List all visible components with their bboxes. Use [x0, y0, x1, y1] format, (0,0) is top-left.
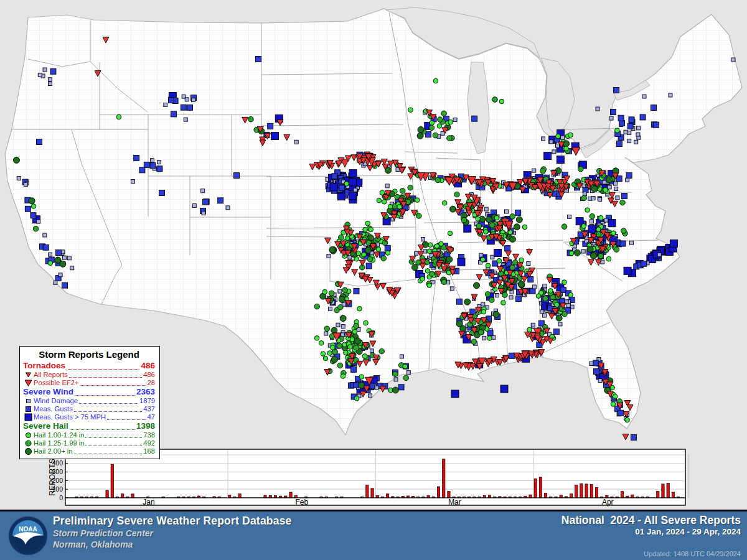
wind-gust75-icon — [23, 413, 34, 421]
wind-marker — [192, 203, 196, 207]
wind-marker — [157, 161, 161, 164]
hail-marker — [615, 128, 620, 133]
wind-marker — [159, 190, 165, 196]
hail-marker — [397, 204, 402, 209]
legend-section-wind: Severe Wind 2363 — [23, 387, 155, 397]
wind-marker — [464, 225, 471, 232]
wind-marker — [636, 133, 640, 136]
wind-marker — [653, 122, 659, 128]
report-bar — [585, 484, 588, 498]
wind-marker — [568, 215, 571, 218]
hail-marker — [331, 345, 336, 350]
wind-marker — [516, 296, 522, 302]
wind-marker — [31, 213, 36, 218]
hail-marker — [60, 261, 66, 267]
wind-marker — [591, 196, 595, 200]
wind-marker — [139, 167, 145, 173]
hail-marker — [321, 352, 326, 357]
wind-marker — [62, 256, 66, 259]
wind-marker — [552, 150, 556, 154]
report-bar — [590, 485, 593, 498]
hail-marker — [369, 227, 374, 232]
wind-marker — [48, 78, 52, 82]
wind-marker — [43, 68, 47, 72]
hail-marker — [456, 320, 463, 327]
wind-marker — [349, 192, 356, 200]
hail-marker — [359, 382, 365, 388]
wind-marker — [631, 435, 637, 441]
hail-marker — [355, 338, 361, 344]
hail-marker — [354, 323, 359, 329]
legend-item-label: All Reports — [34, 371, 68, 379]
wind-marker — [549, 140, 553, 144]
wind-marker — [576, 218, 583, 225]
hail-marker — [439, 241, 444, 246]
dot-leader — [67, 369, 139, 370]
wind-marker — [457, 299, 463, 304]
hail-marker — [556, 315, 562, 321]
hail-marker — [339, 296, 345, 302]
hail-marker — [621, 228, 626, 234]
noaa-logo[interactable]: NOAA — [8, 516, 48, 556]
legend-item-label: Hail 1.25-1.99 in — [34, 439, 84, 447]
wind-marker — [400, 355, 403, 358]
hail-marker — [438, 117, 443, 123]
wind-marker — [532, 169, 536, 172]
wind-marker — [453, 118, 457, 122]
wind-marker — [406, 371, 410, 375]
legend-row: Meas. Gusts 437 — [23, 405, 155, 413]
hail-marker — [471, 339, 477, 345]
wind-marker — [385, 245, 390, 251]
wind-marker — [543, 284, 547, 288]
legend-row: Hail 1.00-1.24 in 738 — [23, 431, 155, 439]
report-bar — [111, 464, 113, 498]
dot-leader — [74, 454, 143, 454]
hail-marker — [342, 287, 348, 293]
wind-marker — [151, 159, 154, 162]
dot-leader — [85, 437, 142, 438]
hail-marker — [352, 329, 357, 334]
hail-marker — [437, 124, 442, 129]
hail-marker — [611, 402, 616, 407]
hail-marker — [518, 281, 524, 287]
updated-timestamp: Updated: 1408 UTC 04/29/2024 — [644, 550, 741, 558]
hail-marker — [31, 204, 36, 209]
hail-marker — [574, 250, 580, 256]
legend-row: Possible EF2+ 28 — [23, 379, 155, 387]
wind-marker — [458, 258, 465, 266]
wind-marker — [609, 116, 613, 120]
hail-marker — [590, 213, 595, 219]
wind-marker — [640, 114, 646, 120]
tornado-small-icon — [23, 371, 34, 379]
report-bar — [131, 494, 134, 498]
hail-marker — [476, 223, 482, 229]
hail-marker — [578, 166, 583, 172]
wind-marker — [354, 288, 359, 294]
wind-marker — [528, 276, 533, 282]
hail-marker — [454, 192, 460, 197]
hail-marker — [430, 271, 435, 277]
hail-marker — [324, 326, 330, 332]
hail-large-icon — [23, 447, 34, 455]
hail-marker — [365, 221, 370, 226]
wind-marker — [515, 210, 521, 215]
hail-marker — [587, 246, 593, 252]
hail-marker — [329, 291, 334, 296]
hail-marker — [606, 177, 613, 183]
hail-marker — [514, 224, 520, 230]
hail-marker — [569, 251, 574, 256]
wind-marker — [37, 139, 42, 145]
wind-marker — [268, 123, 273, 129]
wind-marker — [330, 184, 337, 191]
hail-small-icon — [23, 431, 34, 439]
wind-marker — [394, 378, 398, 381]
report-bar — [371, 488, 374, 498]
legend-item-value: 437 — [143, 405, 155, 413]
storm-reports-legend: Storm Reports Legend Tornadoes 486 All R… — [19, 346, 160, 459]
hail-marker — [376, 247, 381, 252]
wind-marker — [616, 176, 622, 182]
wind-marker — [567, 304, 571, 307]
report-bar — [595, 487, 598, 498]
wind-marker — [542, 137, 545, 141]
legend-item-value: 486 — [143, 371, 155, 379]
